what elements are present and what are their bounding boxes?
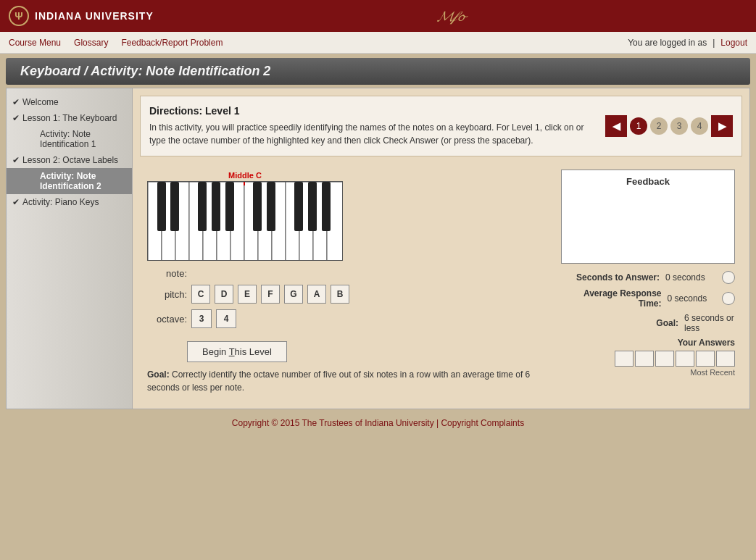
sidebar-item-lesson1[interactable]: ✔ Lesson 1: The Keyboard [7, 110, 132, 126]
glossary-link[interactable]: Glossary [74, 38, 108, 48]
answer-box-2 [635, 351, 654, 367]
note-row: note: [147, 268, 549, 279]
pitch-E-button[interactable]: E [238, 285, 257, 304]
directions-body: In this activity, you will practice spee… [149, 121, 598, 147]
center-logo-text: 𝓜𝒻𝓸 [437, 8, 464, 25]
directions-text: Directions: Level 1 In this activity, yo… [149, 105, 598, 147]
svg-rect-23 [322, 182, 331, 231]
login-status-text: You are logged in as [628, 38, 707, 48]
sidebar-label-lesson1: Lesson 1: The Keyboard [22, 113, 117, 123]
navbar: Course Menu Glossary Feedback/Report Pro… [0, 32, 756, 54]
feedback-section: Feedback Seconds to Answer: 0 seconds Av… [561, 170, 735, 394]
next-page-button[interactable]: ▶ [711, 115, 733, 137]
pitch-C-button[interactable]: C [191, 285, 210, 304]
octave-row: octave: 3 4 [147, 309, 549, 328]
pitch-G-button[interactable]: G [284, 285, 303, 304]
svg-rect-19 [253, 182, 262, 231]
piano-keyboard[interactable] [147, 181, 343, 261]
sidebar-item-piano-keys[interactable]: ✔ Activity: Piano Keys [7, 194, 132, 210]
sidebar-item-note-id-2[interactable]: Activity: Note Identification 2 [7, 168, 132, 194]
most-recent-label: Most Recent [561, 368, 735, 377]
goal-row: Goal: 6 seconds or less [561, 313, 735, 333]
pitch-F-button[interactable]: F [261, 285, 280, 304]
sidebar-label-lesson2: Lesson 2: Octave Labels [22, 155, 118, 165]
course-menu-link[interactable]: Course Menu [9, 38, 61, 48]
svg-rect-17 [212, 182, 220, 231]
svg-rect-15 [170, 182, 179, 231]
check-icon: ✔ [12, 155, 20, 165]
main-layout: ✔ Welcome ✔ Lesson 1: The Keyboard ✔ Act… [6, 88, 750, 409]
check-icon-empty: ✔ [28, 130, 37, 139]
pitch-A-button[interactable]: A [307, 285, 326, 304]
sidebar-label-welcome: Welcome [22, 97, 59, 107]
logout-link[interactable]: Logout [720, 38, 747, 48]
svg-rect-21 [294, 182, 303, 231]
avg-response-row: Average Response Time: 0 seconds [561, 288, 735, 309]
feedback-box: Feedback [561, 170, 735, 264]
avg-indicator [722, 292, 735, 305]
feedback-title: Feedback [568, 176, 728, 187]
pitch-row: pitch: C D E F G A B [147, 285, 549, 304]
feedback-report-link[interactable]: Feedback/Report Problem [121, 38, 223, 48]
pipe-separator: | [713, 38, 715, 48]
octave-4-button[interactable]: 4 [216, 309, 236, 328]
page-2-button[interactable]: 2 [650, 117, 668, 135]
goal-text: Goal: Correctly identify the octave numb… [147, 368, 549, 394]
seconds-to-answer-value: 0 seconds [665, 272, 716, 283]
middle-c-label: Middle C [147, 171, 343, 180]
login-info: You are logged in as | Logout [628, 38, 747, 48]
directions-title: Directions: Level 1 [149, 105, 598, 117]
footer-copyright: Copyright © 2015 The Trustees of Indiana… [232, 418, 524, 428]
page-title: Keyboard / Activity: Note Identification… [20, 64, 736, 79]
page-4-button[interactable]: 4 [691, 117, 708, 135]
begin-level-button[interactable]: Begin This Level [187, 341, 287, 362]
seconds-indicator [722, 271, 735, 284]
seconds-to-answer-label: Seconds to Answer: [576, 272, 660, 283]
university-name: INDIANA UNIVERSITY [35, 10, 154, 22]
directions-box: Directions: Level 1 In this activity, yo… [140, 96, 742, 156]
header: Ψ INDIANA UNIVERSITY 𝓜𝒻𝓸 [0, 0, 756, 32]
goal-stat-label: Goal: [656, 318, 678, 328]
answer-box-6 [716, 351, 735, 367]
iu-logo: Ψ INDIANA UNIVERSITY [9, 6, 154, 26]
svg-rect-20 [267, 182, 275, 231]
seconds-to-answer-row: Seconds to Answer: 0 seconds [561, 271, 735, 284]
your-answers-label: Your Answers [561, 338, 735, 348]
svg-rect-14 [157, 182, 166, 231]
content-area: Directions: Level 1 In this activity, yo… [133, 88, 750, 409]
sidebar-item-welcome[interactable]: ✔ Welcome [7, 94, 132, 110]
answer-box-5 [696, 351, 715, 367]
center-logo: 𝓜𝒻𝓸 [437, 8, 464, 25]
svg-rect-16 [198, 182, 207, 231]
sidebar: ✔ Welcome ✔ Lesson 1: The Keyboard ✔ Act… [6, 88, 133, 409]
answers-boxes [561, 351, 735, 367]
octave-label: octave: [147, 314, 187, 325]
pitch-D-button[interactable]: D [215, 285, 233, 304]
goal-description: Correctly identify the octave number of … [147, 369, 530, 393]
page-1-button[interactable]: 1 [630, 117, 647, 135]
svg-rect-22 [308, 182, 317, 231]
trident-icon: Ψ [9, 6, 29, 26]
goal-stat-value: 6 seconds or less [684, 313, 735, 333]
activity-area: Middle C [140, 162, 742, 401]
answer-box-1 [615, 351, 634, 367]
page-3-button[interactable]: 3 [670, 117, 688, 135]
sidebar-item-lesson2[interactable]: ✔ Lesson 2: Octave Labels [7, 152, 132, 168]
pitch-B-button[interactable]: B [331, 285, 349, 304]
sidebar-item-note-id-1[interactable]: ✔ Activity: Note Identification 1 [7, 126, 132, 152]
answer-box-3 [655, 351, 674, 367]
pitch-label: pitch: [147, 289, 187, 300]
sidebar-label-note-id-2: Activity: Note Identification 2 [40, 171, 126, 191]
page-title-bar: Keyboard / Activity: Note Identification… [6, 58, 750, 85]
check-icon: ✔ [12, 97, 20, 107]
sidebar-label-note-id-1: Activity: Note Identification 1 [40, 129, 126, 149]
check-icon: ✔ [12, 197, 20, 207]
goal-prefix: Goal: [147, 369, 170, 380]
note-label: note: [147, 268, 187, 279]
answer-box-4 [676, 351, 694, 367]
prev-page-button[interactable]: ◀ [605, 115, 627, 137]
sidebar-label-piano-keys: Activity: Piano Keys [22, 197, 99, 207]
octave-3-button[interactable]: 3 [191, 309, 212, 328]
avg-response-label: Average Response Time: [561, 288, 662, 309]
check-icon: ✔ [12, 113, 20, 123]
